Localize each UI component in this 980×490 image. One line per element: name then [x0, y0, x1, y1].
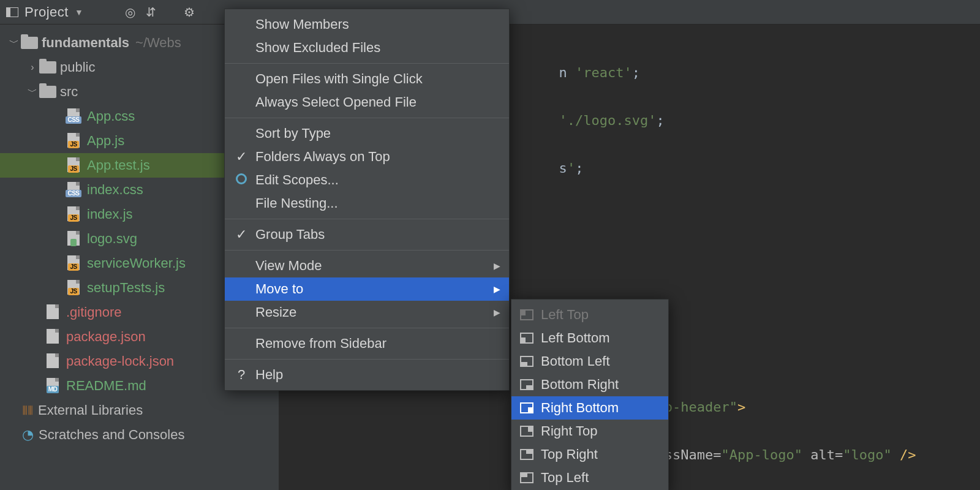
menu-separator — [225, 219, 509, 219]
js-file-icon: JS — [65, 157, 82, 173]
menu-group-tabs[interactable]: ✓Group Tabs — [225, 223, 509, 246]
menu-separator — [225, 359, 509, 360]
select-opened-file-icon[interactable]: ◎ — [120, 5, 141, 20]
submenu-arrow-icon: ▶ — [494, 307, 500, 317]
submenu-bottom-left[interactable]: Bottom Left — [511, 350, 668, 373]
menu-remove-from-sidebar[interactable]: Remove from Sidebar — [225, 332, 509, 355]
menu-file-nesting[interactable]: File Nesting... — [225, 192, 509, 215]
position-right-bottom-icon — [520, 402, 533, 413]
position-bottom-right-icon — [520, 379, 533, 390]
svg-rect-1 — [6, 7, 10, 17]
position-top-left-icon — [520, 472, 533, 483]
md-file-icon: MD — [44, 378, 61, 394]
menu-show-members[interactable]: Show Members — [225, 13, 509, 36]
project-toolbar-title[interactable]: Project — [24, 4, 69, 20]
js-file-icon: JS — [65, 206, 82, 222]
scratches-and-consoles[interactable]: ◔ Scratches and Consoles — [0, 423, 279, 447]
project-tool-icon — [6, 7, 18, 17]
menu-sort-by-type[interactable]: Sort by Type — [225, 122, 509, 145]
menu-view-mode[interactable]: View Mode▶ — [225, 254, 509, 277]
css-file-icon: CSS — [65, 108, 82, 124]
gitignore-file-icon — [44, 304, 61, 320]
chevron-down-icon[interactable]: ﹀ — [26, 86, 39, 99]
folder-icon — [39, 86, 56, 98]
toolbar-dropdown-icon[interactable]: ▼ — [75, 7, 83, 17]
position-left-top-icon — [520, 309, 533, 320]
js-file-icon: JS — [65, 280, 82, 296]
libraries-icon: ⦀⦀ — [22, 402, 33, 418]
chevron-right-icon[interactable]: › — [26, 62, 39, 73]
help-icon: ? — [235, 367, 248, 383]
radio-icon — [235, 172, 248, 188]
menu-separator — [225, 118, 509, 118]
menu-move-to[interactable]: Move to▶ — [225, 277, 509, 301]
submenu-arrow-icon: ▶ — [494, 284, 500, 294]
menu-help[interactable]: ?Help — [225, 363, 509, 386]
menu-open-single-click[interactable]: Open Files with Single Click — [225, 67, 509, 91]
chevron-down-icon[interactable]: ﹀ — [7, 37, 21, 50]
scratches-icon: ◔ — [22, 427, 34, 443]
submenu-right-top[interactable]: Right Top — [511, 420, 668, 443]
submenu-left-bottom[interactable]: Left Bottom — [511, 326, 668, 350]
menu-show-excluded[interactable]: Show Excluded Files — [225, 36, 509, 59]
menu-resize[interactable]: Resize▶ — [225, 301, 509, 324]
tree-root-path: ~/Webs — [135, 35, 181, 51]
menu-folders-on-top[interactable]: ✓Folders Always on Top — [225, 145, 509, 168]
menu-always-select-opened[interactable]: Always Select Opened File — [225, 91, 509, 114]
external-libraries[interactable]: ⦀⦀ External Libraries — [0, 398, 279, 423]
js-file-icon: JS — [65, 133, 82, 149]
submenu-top-left[interactable]: Top Left — [511, 466, 668, 489]
position-top-right-icon — [520, 449, 533, 460]
check-icon: ✓ — [235, 149, 248, 165]
tree-root-name: fundamentals — [42, 35, 129, 51]
css-file-icon: CSS — [65, 182, 82, 198]
check-icon: ✓ — [235, 227, 248, 243]
submenu-top-right[interactable]: Top Right — [511, 443, 668, 466]
menu-edit-scopes[interactable]: Edit Scopes... — [225, 168, 509, 192]
submenu-left-top: Left Top — [511, 303, 668, 326]
menu-separator — [225, 63, 509, 64]
submenu-bottom-right[interactable]: Bottom Right — [511, 373, 668, 396]
project-settings-menu: Show Members Show Excluded Files Open Fi… — [224, 9, 510, 391]
submenu-arrow-icon: ▶ — [494, 261, 500, 271]
js-file-icon: JS — [65, 255, 82, 271]
position-bottom-left-icon — [520, 356, 533, 367]
json-file-icon — [44, 329, 61, 345]
folder-icon — [21, 37, 38, 49]
svg-file-icon — [65, 231, 82, 247]
menu-separator — [225, 328, 509, 328]
json-file-icon — [44, 353, 61, 369]
folder-icon — [39, 61, 56, 74]
submenu-right-bottom[interactable]: Right Bottom — [511, 396, 668, 420]
move-to-submenu: Left Top Left Bottom Bottom Left Bottom … — [511, 299, 669, 490]
menu-separator — [225, 250, 509, 251]
expand-all-icon[interactable]: ⇵ — [141, 5, 162, 20]
position-right-top-icon — [520, 426, 533, 437]
position-left-bottom-icon — [520, 333, 533, 344]
settings-gear-icon[interactable]: ⚙ — [179, 5, 200, 20]
